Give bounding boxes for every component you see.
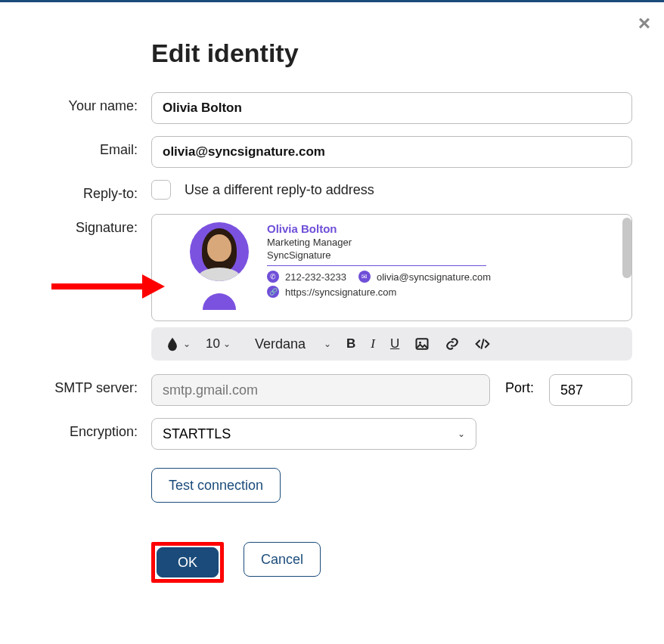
font-size-picker[interactable]: 10 ⌄	[201, 336, 235, 351]
image-icon	[414, 336, 430, 351]
chain-icon	[445, 336, 460, 351]
chevron-down-icon: ⌄	[324, 339, 331, 349]
annotation-arrow	[51, 280, 165, 293]
reply-to-label: Reply-to:	[32, 180, 151, 202]
signature-email: olivia@syncsignature.com	[377, 271, 491, 283]
drop-icon	[165, 336, 180, 351]
cancel-button[interactable]: Cancel	[244, 542, 321, 577]
underline-button[interactable]: U	[386, 336, 404, 351]
scrollbar[interactable]	[622, 218, 631, 278]
avatar-secondary	[203, 293, 236, 310]
code-icon	[475, 336, 490, 351]
chevron-down-icon: ⌄	[458, 429, 465, 439]
encryption-value: STARTTLS	[163, 426, 231, 442]
port-input[interactable]	[549, 374, 632, 406]
code-button[interactable]	[470, 336, 495, 351]
ok-highlight: OK	[151, 542, 224, 583]
smtp-label: SMTP server:	[32, 374, 151, 396]
signature-company: SyncSignature	[267, 249, 491, 261]
signature-name: Olivia Bolton	[267, 222, 491, 235]
font-family-picker[interactable]: Verdana ⌄	[241, 336, 336, 352]
editor-toolbar: ⌄ 10 ⌄ Verdana ⌄ B I U	[151, 327, 632, 361]
mail-icon: ✉	[358, 271, 371, 283]
chevron-down-icon: ⌄	[183, 339, 191, 349]
avatar	[190, 222, 249, 281]
ok-button[interactable]: OK	[157, 547, 219, 577]
signature-label: Signature:	[32, 214, 151, 236]
signature-phone: 212-232-3233	[285, 271, 346, 283]
smtp-input[interactable]	[151, 374, 490, 406]
encryption-select[interactable]: STARTTLS ⌄	[151, 418, 476, 450]
email-input[interactable]	[151, 136, 632, 168]
chevron-down-icon: ⌄	[223, 339, 231, 349]
your-name-label: Your name:	[32, 92, 151, 114]
port-label: Port:	[505, 374, 534, 406]
signature-url: https://syncsignature.com	[285, 286, 396, 298]
phone-icon: ✆	[267, 271, 279, 283]
close-icon[interactable]: ×	[638, 11, 650, 36]
signature-editor[interactable]: Olivia Bolton Marketing Manager SyncSign…	[151, 214, 632, 321]
svg-point-1	[419, 342, 421, 344]
signature-title: Marketing Manager	[267, 237, 491, 248]
your-name-input[interactable]	[151, 92, 632, 124]
link-icon: 🔗	[267, 286, 279, 298]
bold-button[interactable]: B	[342, 336, 360, 351]
color-picker[interactable]: ⌄	[160, 336, 195, 351]
reply-to-checkbox[interactable]	[151, 180, 171, 200]
link-button[interactable]	[440, 336, 464, 351]
reply-to-checkbox-label: Use a different reply-to address	[185, 182, 374, 198]
image-button[interactable]	[410, 336, 434, 351]
email-label: Email:	[32, 136, 151, 158]
italic-button[interactable]: I	[366, 336, 380, 351]
edit-identity-dialog: Edit identity Your name: Email: Reply-to…	[0, 2, 664, 618]
dialog-title: Edit identity	[151, 39, 632, 68]
encryption-label: Encryption:	[32, 418, 151, 440]
test-connection-button[interactable]: Test connection	[151, 468, 281, 503]
